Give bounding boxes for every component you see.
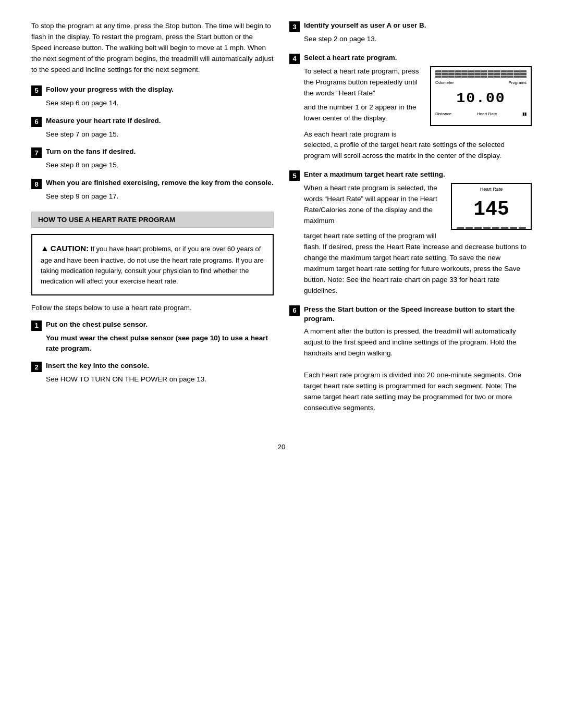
display-digits: 10.00 <box>435 87 527 109</box>
caution-box: ▲CAUTION: If you have heart problems, or… <box>31 234 274 295</box>
right-step-6-num: 6 <box>289 305 300 316</box>
step-6-body: See step 7 on page 15. <box>31 129 274 140</box>
step-8-title: When you are finished exercising, remove… <box>46 178 274 188</box>
step-5-num: 5 <box>31 85 42 96</box>
step-8-num: 8 <box>31 179 42 189</box>
right-step-5-body: Heart Rate 145 When a heart rate program… <box>289 183 532 296</box>
hr-dashes <box>456 227 527 229</box>
intro-paragraph: To stop the program at any time, press t… <box>31 21 274 76</box>
right-step-3-body: See step 2 on page 13. <box>289 34 532 45</box>
step-7-num: 7 <box>31 147 42 158</box>
right-step-3-block: 3 Identify yourself as user A or user B.… <box>289 21 532 45</box>
hr-step-2-title: Insert the key into the console. <box>46 361 149 371</box>
hr-step-2-block: 2 Insert the key into the console. See H… <box>31 361 274 385</box>
right-step-4-body: Odometer Programs 10.00 Distance Heart R… <box>289 66 532 162</box>
right-step-4-title: Select a heart rate program. <box>304 53 397 63</box>
page-number: 20 <box>31 443 532 451</box>
right-step-3-title: Identify yourself as user A or user B. <box>304 21 426 31</box>
section-header: HOW TO USE A HEART RATE PROGRAM <box>31 212 274 228</box>
right-step-5-block: 5 Enter a maximum target heart rate sett… <box>289 170 532 296</box>
display-diagram: Odometer Programs 10.00 Distance Heart R… <box>430 66 532 126</box>
display-odometer-label: Odometer <box>435 80 454 86</box>
hr-step-1-num: 1 <box>31 320 42 331</box>
right-step-3-num: 3 <box>289 21 300 32</box>
right-step-4-num: 4 <box>289 54 300 64</box>
step-7-block: 7 Turn on the fans if desired. See step … <box>31 147 274 171</box>
hr-step-1-title: Put on the chest pulse sensor. <box>46 320 148 330</box>
step-5-body-after: target heart rate setting of the program… <box>304 231 532 297</box>
step-6-block: 6 Measure your heart rate if desired. Se… <box>31 116 274 140</box>
hr-step-1-sub: You must wear the chest pulse sensor (se… <box>31 333 274 354</box>
right-step-4-block: 4 Select a heart rate program. Odometer … <box>289 53 532 162</box>
hr-step-1-block: 1 Put on the chest pulse sensor. You mus… <box>31 320 274 354</box>
hr-step-2-num: 2 <box>31 362 42 372</box>
display-distance-label: Distance <box>435 111 451 117</box>
display-heart-rate-label: Heart Rate <box>477 111 497 117</box>
step-6-num: 6 <box>31 117 42 127</box>
caution-triangle-icon: ▲ <box>41 244 49 253</box>
heart-rate-diagram: Heart Rate 145 <box>451 183 532 230</box>
step-5-body: See step 6 on page 14. <box>31 98 274 109</box>
step-6-title: Measure your heart rate if desired. <box>46 116 161 126</box>
hr-box-digits: 145 <box>456 194 527 225</box>
follow-steps-text: Follow the steps below to use a heart ra… <box>31 304 274 312</box>
step-8-block: 8 When you are finished exercising, remo… <box>31 178 274 202</box>
hr-step-2-body: See HOW TO TURN ON THE POWER on page 13. <box>31 374 274 385</box>
step-5-title: Follow your progress with the display. <box>46 85 174 95</box>
right-step-6-body: A moment after the button is pressed, th… <box>289 326 532 413</box>
display-programs-label: Programs <box>508 80 527 86</box>
step-7-title: Turn on the fans if desired. <box>46 147 136 157</box>
step-8-body: See step 9 on page 17. <box>31 191 274 202</box>
right-step-6-title: Press the Start button or the Speed incr… <box>304 305 532 325</box>
step-7-body: See step 8 on page 15. <box>31 160 274 171</box>
right-step-5-title: Enter a maximum target heart rate settin… <box>304 170 445 180</box>
display-indicator: ▮▮ <box>522 111 527 117</box>
right-step-6-block: 6 Press the Start button or the Speed in… <box>289 305 532 414</box>
hr-box-label: Heart Rate <box>456 186 527 193</box>
step-5-block: 5 Follow your progress with the display.… <box>31 85 274 109</box>
caution-title: CAUTION: <box>51 244 89 253</box>
right-step-5-num: 5 <box>289 170 300 181</box>
step-4-profile-text: As each heart rate program is selected, … <box>304 129 532 162</box>
